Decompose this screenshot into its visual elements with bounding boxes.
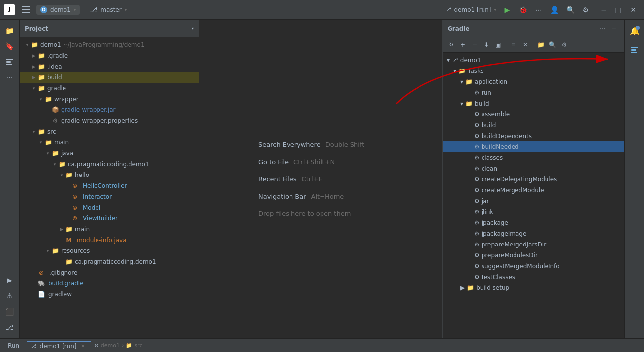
gradle-label-createmergedmodule: createMergedModule — [482, 187, 544, 194]
tree-item-build-gradle[interactable]: 🐘 build.gradle — [20, 278, 199, 289]
sidebar-icon-bookmarks[interactable]: 🔖 — [3, 39, 17, 53]
tree-item-demo1[interactable]: ▾ 📁 demo1 ~/JavaProgramming/demo1 — [20, 39, 199, 50]
gradle-task-icon-jpackage: ⚙ — [474, 219, 480, 226]
gradle-item-suggestmergedmoduleinfo[interactable]: ⚙ suggestMergedModuleInfo — [443, 261, 624, 272]
svg-rect-5 — [631, 49, 636, 51]
gradle-settings-btn[interactable]: ⚙ — [559, 39, 570, 50]
gradle-item-classes[interactable]: ⚙ classes — [443, 152, 624, 163]
tree-item-hello[interactable]: ▾ 📁 hello — [20, 170, 199, 180]
sidebar-icon-terminal[interactable]: ⬛ — [3, 305, 17, 318]
sidebar-icon-structure[interactable] — [3, 55, 17, 69]
gradle-item-clean[interactable]: ⚙ clean — [443, 163, 624, 174]
gradle-panel-icon[interactable] — [628, 43, 642, 57]
tree-item-src[interactable]: ▾ 📁 src — [20, 126, 199, 137]
hamburger-menu[interactable] — [19, 3, 32, 17]
sidebar-icon-run[interactable]: ▶ — [3, 273, 17, 287]
settings-button[interactable]: ⚙ — [579, 3, 593, 17]
gradle-item-demo1[interactable]: ▾ ⎇ demo1 — [443, 55, 624, 66]
branch-selector[interactable]: ⎇ master ▾ — [86, 4, 130, 15]
gradle-item-run[interactable]: ⚙ run — [443, 87, 624, 98]
gradle-remove-btn[interactable]: − — [469, 39, 480, 50]
svg-rect-0 — [6, 59, 13, 60]
gradle-item-preparemodulesdir[interactable]: ⚙ prepareModulesDir — [443, 250, 624, 261]
gradle-collapse-btn[interactable]: ≡ — [508, 39, 519, 50]
run-config-tab-label: demo1 [run] — [40, 343, 77, 350]
run-config-tab[interactable]: ⎇ demo1 [run] ✕ — [27, 341, 91, 351]
gradle-task-icon-jpackageimage: ⚙ — [474, 230, 480, 237]
gradle-item-preparemergedjarsdir[interactable]: ⚙ prepareMergedJarsDir — [443, 239, 624, 250]
tree-label-build: build — [47, 74, 62, 81]
tree-item-build[interactable]: ▶ 📁 build — [20, 72, 199, 83]
gradle-folder-icon-build-setup: 📁 — [467, 284, 474, 291]
gradle-minimize-btn[interactable]: − — [609, 23, 619, 34]
gradle-item-build-setup[interactable]: ▶ 📁 build setup — [443, 282, 624, 293]
gradle-item-createdelegatingmodules[interactable]: ⚙ createDelegatingModules — [443, 174, 624, 185]
tree-label-gradle-dir: .gradle — [47, 52, 68, 59]
tree-item-gradle-wrapper-props[interactable]: ⚙ gradle-wrapper.properties — [20, 115, 199, 126]
tree-item-gitignore[interactable]: ⊘ .gitignore — [20, 267, 199, 278]
gradle-item-build-task[interactable]: ⚙ build — [443, 120, 624, 131]
tree-item-gradle-folder[interactable]: ▾ 📁 gradle — [20, 83, 199, 94]
gradle-arrow-tasks: ▾ — [453, 68, 456, 74]
gradle-item-tasks[interactable]: ▾ 📁 Tasks — [443, 66, 624, 76]
gradle-item-build-group[interactable]: ▾ 📁 build — [443, 98, 624, 109]
tree-item-ca-pkg[interactable]: ▾ 📁 ca.pragmaticcoding.demo1 — [20, 159, 199, 170]
gradle-item-application[interactable]: ▾ 📁 application — [443, 76, 624, 87]
tree-item-java[interactable]: ▾ 📁 java — [20, 148, 199, 159]
gradle-more-btn[interactable]: ⋯ — [597, 23, 608, 34]
tree-item-model[interactable]: © Model — [20, 202, 199, 213]
tree-item-interactor[interactable]: © Interactor — [20, 191, 199, 202]
gradle-item-testclasses[interactable]: ⚙ testClasses — [443, 272, 624, 282]
run-tab[interactable]: Run — [4, 341, 23, 350]
gradle-item-jar[interactable]: ⚙ jar — [443, 196, 624, 207]
tree-item-wrapper[interactable]: ▾ 📁 wrapper — [20, 94, 199, 105]
sidebar-icon-project[interactable]: 📁 — [3, 24, 17, 37]
maximize-button[interactable]: □ — [612, 3, 625, 17]
tree-item-resources[interactable]: ▾ 📁 resources — [20, 246, 199, 256]
gradle-download-btn[interactable]: ⬇ — [481, 39, 492, 50]
sidebar-icon-more[interactable]: ··· — [3, 71, 17, 85]
gradle-item-builddependents[interactable]: ⚙ buildDependents — [443, 131, 624, 141]
tree-item-ca-res-pkg[interactable]: 📁 ca.pragmaticcoding.demo1 — [20, 256, 199, 267]
gradle-folder-btn[interactable]: 📁 — [535, 39, 546, 50]
tree-item-module-info[interactable]: M module-info.java — [20, 235, 199, 246]
notifications-icon[interactable]: 🔔 — [628, 24, 642, 37]
project-panel-chevron[interactable]: ▾ — [192, 26, 194, 31]
gradle-add-btn[interactable]: + — [457, 39, 468, 50]
tree-item-main[interactable]: ▾ 📁 main — [20, 137, 199, 148]
tree-item-gradlew[interactable]: 📄 gradlew — [20, 289, 199, 300]
gradle-label-application: application — [475, 78, 507, 85]
tree-item-gradle-wrapper-jar[interactable]: 📦 gradle-wrapper.jar — [20, 105, 199, 115]
gradle-cancel-btn[interactable]: ✕ — [520, 39, 531, 50]
gradle-item-jlink[interactable]: ⚙ jlink — [443, 207, 624, 217]
minimize-button[interactable]: − — [597, 3, 611, 17]
tree-item-gradle-dir[interactable]: ▶ 📁 .gradle — [20, 50, 199, 61]
profile-button[interactable]: 👤 — [547, 3, 561, 17]
debug-button[interactable]: 🐞 — [516, 3, 530, 17]
sidebar-icon-problems[interactable]: ⚠ — [3, 289, 17, 303]
gradle-reload-btn[interactable]: ↻ — [446, 39, 456, 50]
gradle-item-assemble[interactable]: ⚙ assemble — [443, 109, 624, 120]
gradle-item-jpackage[interactable]: ⚙ jpackage — [443, 217, 624, 228]
more-actions-button[interactable]: ⋯ — [532, 3, 546, 17]
tree-arrow-main: ▾ — [37, 139, 44, 146]
run-tab-close-button[interactable]: ✕ — [80, 343, 87, 350]
project-selector[interactable]: D demo1 ▾ — [36, 5, 80, 15]
gradle-label-assemble: assemble — [482, 111, 510, 118]
gradle-label-buildneeded: buildNeeded — [482, 143, 519, 150]
close-button[interactable]: ✕ — [626, 3, 640, 17]
tree-arrow-build: ▶ — [31, 74, 37, 81]
run-button[interactable]: ▶ — [500, 3, 514, 17]
gradle-item-jpackageimage[interactable]: ⚙ jpackageImage — [443, 228, 624, 239]
gradle-expand-btn[interactable]: ▣ — [493, 39, 504, 50]
gradle-item-createmergedmodule[interactable]: ⚙ createMergedModule — [443, 185, 624, 196]
tree-item-viewbuilder[interactable]: © ViewBuilder — [20, 213, 199, 224]
gradle-item-buildneeded[interactable]: ⚙ buildNeeded — [443, 141, 624, 152]
tree-item-hellocontroller[interactable]: © HelloController — [20, 180, 199, 191]
gradle-search-btn[interactable]: 🔍 — [547, 39, 558, 50]
gradle-tree: ▾ ⎇ demo1 ▾ 📁 Tasks ▾ 📁 application — [443, 53, 624, 338]
sidebar-icon-git[interactable]: ⎇ — [3, 320, 17, 334]
search-everywhere-button[interactable]: 🔍 — [563, 3, 577, 17]
tree-item-idea[interactable]: ▶ 📁 .idea — [20, 61, 199, 72]
tree-item-main-java[interactable]: ▶ 📁 main — [20, 224, 199, 235]
